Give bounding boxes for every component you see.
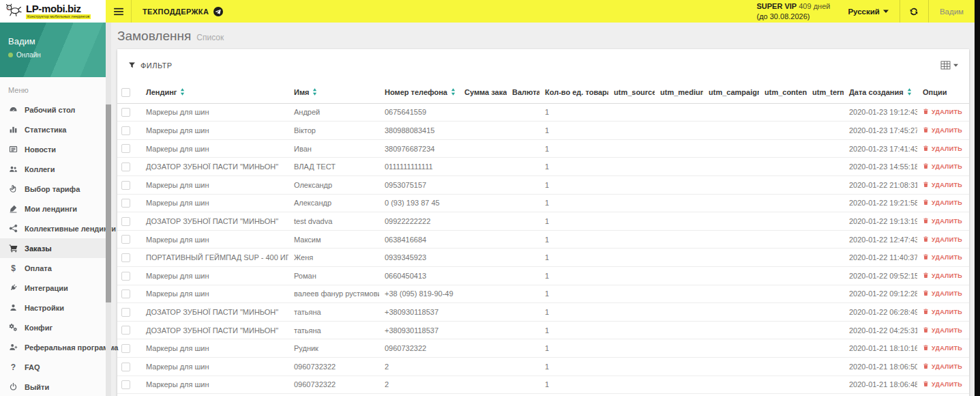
hamburger-menu-button[interactable]	[106, 0, 132, 23]
sidebar-item-integrations[interactable]: Интеграции	[0, 278, 106, 298]
page-scrollbar[interactable]	[975, 0, 980, 396]
row-checkbox[interactable]	[121, 199, 130, 208]
row-checkbox[interactable]	[121, 344, 130, 353]
row-checkbox[interactable]	[121, 162, 130, 171]
cell-created: 2020-01-22 11:40:37	[844, 249, 917, 267]
cell-qty: 1	[539, 394, 608, 396]
sidebar-item-logout[interactable]: Выйти	[0, 377, 106, 396]
row-checkbox[interactable]	[121, 253, 130, 262]
row-checkbox[interactable]	[121, 289, 130, 298]
cell-currency	[507, 266, 539, 285]
sidebar-item-faq[interactable]: ?FAQ	[0, 357, 106, 377]
orders-table: ЛендингИмяНомер телефонаСумма заказаВалю…	[117, 81, 969, 396]
delete-button[interactable]: УДАЛИТЬ	[923, 289, 962, 298]
support-button[interactable]: ТЕХПОДДЕРЖКА	[132, 0, 234, 23]
row-checkbox[interactable]	[121, 217, 130, 226]
row-checkbox[interactable]	[121, 308, 130, 317]
cell-utm-medium	[655, 303, 703, 322]
plan-until: (до 30.08.2026)	[757, 12, 831, 22]
cell-sum	[459, 376, 507, 394]
cell-currency	[507, 158, 539, 176]
delete-button[interactable]: УДАЛИТЬ	[923, 108, 962, 116]
sidebar-item-label: Выбор тарифа	[25, 185, 80, 193]
cell-qty: 1	[539, 158, 608, 176]
delete-button[interactable]: УДАЛИТЬ	[923, 162, 962, 171]
delete-button[interactable]: УДАЛИТЬ	[923, 236, 962, 244]
delete-button[interactable]: УДАЛИТЬ	[923, 181, 962, 189]
delete-button[interactable]: УДАЛИТЬ	[923, 217, 962, 225]
delete-button[interactable]: УДАЛИТЬ	[923, 145, 962, 153]
cell-name: Віктор	[288, 122, 379, 140]
cell-landing: Маркеры для шин	[140, 194, 288, 212]
main-content: ЗамовленняСписок ФИЛЬТР	[111, 23, 975, 396]
cell-created: 2020-01-22 06:28:49	[844, 303, 917, 322]
sidebar-item-collective-landings[interactable]: Коллективные лендинги	[0, 218, 106, 238]
table-row: Маркеры для шин0960732322212020-01-21 18…	[117, 357, 969, 376]
sidebar-item-payment[interactable]: $Оплата	[0, 258, 106, 278]
sidebar-scrollbar-thumb[interactable]	[106, 104, 111, 302]
sidebar-scrollbar[interactable]	[106, 23, 111, 396]
sidebar-item-statistics[interactable]: Статистика	[0, 119, 106, 139]
profile-name: Вадим	[8, 36, 98, 46]
orders-card: ФИЛЬТР ЛендингИмяНомер телефонаСумма зак…	[117, 49, 969, 396]
row-checkbox[interactable]	[121, 126, 130, 135]
delete-button[interactable]: УДАЛИТЬ	[923, 126, 962, 135]
row-checkbox[interactable]	[121, 144, 130, 153]
cell-phone: +38 (095) 819-90-49	[379, 285, 459, 303]
row-checkbox[interactable]	[121, 363, 130, 371]
delete-button[interactable]: УДАЛИТЬ	[923, 326, 962, 335]
sidebar-item-referral[interactable]: Реферальная программа	[0, 337, 106, 357]
cell-utm-content	[759, 321, 807, 339]
trash-icon	[923, 380, 929, 388]
sidebar-item-colleagues[interactable]: Коллеги	[0, 159, 106, 179]
select-all-checkbox[interactable]	[121, 88, 130, 97]
cell-utm-campaign	[703, 175, 759, 194]
select-all-cell	[117, 81, 140, 103]
column-settings-button[interactable]	[940, 61, 958, 70]
delete-button[interactable]: УДАЛИТЬ	[923, 253, 962, 261]
refresh-button[interactable]	[900, 0, 928, 23]
column-header-landing[interactable]: Лендинг	[140, 81, 288, 103]
cell-utm-source	[608, 357, 655, 376]
row-checkbox[interactable]	[121, 108, 130, 117]
cell-qty: 1	[539, 122, 608, 140]
delete-button[interactable]: УДАЛИТЬ	[923, 344, 962, 352]
language-dropdown[interactable]: Русский	[837, 0, 899, 23]
trash-icon	[923, 162, 929, 171]
user-menu-button[interactable]: Вадим	[928, 0, 975, 23]
delete-button[interactable]: УДАЛИТЬ	[923, 272, 962, 280]
cell-phone: 0674653898	[379, 394, 459, 396]
filter-button[interactable]: ФИЛЬТР	[128, 61, 173, 70]
card-toolbar: ФИЛЬТР	[117, 49, 969, 81]
column-header-phone[interactable]: Номер телефона	[379, 81, 459, 103]
row-checkbox[interactable]	[121, 272, 130, 281]
column-header-name[interactable]: Имя	[288, 81, 379, 103]
cell-name: Александр	[288, 194, 379, 212]
cell-utm-content	[759, 357, 807, 376]
row-checkbox[interactable]	[121, 380, 130, 389]
table-row: Маркеры для шинВіктор38098808341512020-0…	[117, 122, 969, 140]
cell-qty: 1	[539, 230, 608, 249]
sidebar-item-desktop[interactable]: Рабочий стол	[0, 100, 106, 119]
row-checkbox[interactable]	[121, 326, 130, 335]
sidebar-item-orders[interactable]: Заказы	[0, 238, 106, 258]
delete-button[interactable]: УДАЛИТЬ	[923, 199, 962, 207]
pen-icon	[8, 204, 18, 213]
row-checkbox[interactable]	[121, 235, 130, 244]
sidebar-item-news[interactable]: Новости	[0, 139, 106, 159]
online-status-label: Онлайн	[16, 51, 41, 59]
sidebar-item-my-landings[interactable]: Мои лендинги	[0, 199, 106, 218]
sidebar-item-label: Коллеги	[25, 165, 55, 173]
sidebar-item-settings[interactable]: Настройки	[0, 298, 106, 317]
delete-button[interactable]: УДАЛИТЬ	[923, 308, 962, 316]
cell-currency	[507, 339, 539, 358]
table-row: ПОРТАТИВНЫЙ ГЕЙМПАД SUP - 400 ИГР В 1Жен…	[117, 249, 969, 267]
sidebar-item-config[interactable]: Конфиг	[0, 317, 106, 337]
column-header-created[interactable]: Дата создания	[844, 81, 917, 103]
row-checkbox[interactable]	[121, 181, 130, 190]
sidebar-item-tariff[interactable]: Выбор тарифа	[0, 179, 106, 199]
delete-button[interactable]: УДАЛИТЬ	[923, 363, 962, 371]
cell-created: 2020-01-22 19:13:19	[844, 212, 917, 231]
delete-button[interactable]: УДАЛИТЬ	[923, 380, 962, 388]
table-row: ДОЗАТОР ЗУБНОЇ ПАСТИ "МИНЬОН"татьяна+380…	[117, 321, 969, 339]
